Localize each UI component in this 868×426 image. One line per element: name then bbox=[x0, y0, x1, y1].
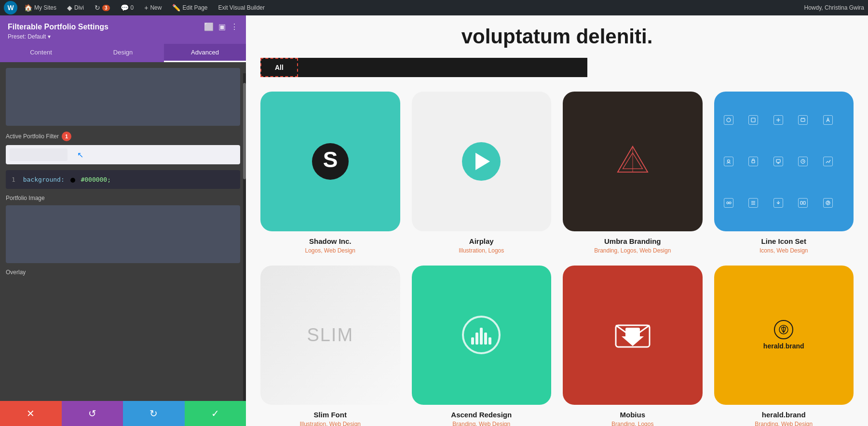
divi-label: Divi bbox=[74, 4, 84, 11]
svg-rect-15 bbox=[776, 160, 780, 162]
cursor-indicator: ↖ bbox=[77, 150, 83, 160]
icon-cell-8 bbox=[773, 157, 783, 166]
overlay-section-label: Overlay bbox=[6, 269, 240, 276]
icon-cell-7 bbox=[748, 157, 758, 166]
more-icon[interactable]: ⋮ bbox=[231, 22, 238, 31]
bar-item-comments[interactable]: 💬 0 bbox=[117, 0, 138, 15]
wp-logo[interactable]: W bbox=[4, 1, 17, 14]
divi-icon: ◆ bbox=[67, 4, 72, 12]
filter-tab-5[interactable] bbox=[433, 58, 472, 77]
panel-content: Active Portfolio Filter 1 ↖ 1 background… bbox=[0, 62, 246, 401]
tab-content[interactable]: Content bbox=[0, 44, 82, 62]
filter-tab-3[interactable] bbox=[346, 58, 385, 77]
thumb-lineicon bbox=[714, 92, 854, 231]
tab-advanced[interactable]: Advanced bbox=[164, 44, 246, 62]
active-filter-label: Active Portfolio Filter bbox=[6, 133, 59, 140]
herald-icon bbox=[774, 320, 793, 339]
icon-cell-9 bbox=[798, 157, 808, 166]
preset-label[interactable]: Preset: Default bbox=[8, 33, 46, 40]
portfolio-grid: S Shadow Inc. Logos, Web Design Airplay … bbox=[260, 92, 854, 426]
ascend-title: Ascend Redesign bbox=[451, 411, 512, 419]
new-label: New bbox=[150, 4, 162, 11]
portfolio-item-airplay[interactable]: Airplay Illustration, Logos bbox=[412, 92, 552, 254]
portfolio-item-ascend[interactable]: Ascend Redesign Branding, Web Design bbox=[412, 266, 552, 426]
icon-cell-1 bbox=[724, 115, 733, 125]
panel-bottom-bar: ✕ ↺ ↻ ✓ bbox=[0, 401, 246, 426]
redo-button[interactable]: ↻ bbox=[123, 401, 185, 426]
line-number: 1 bbox=[12, 176, 15, 183]
save-button[interactable]: ✓ bbox=[185, 401, 246, 426]
main-layout: Filterable Portfolio Settings ⬜ ▣ ⋮ Pres… bbox=[0, 15, 868, 426]
howdy-text: Howdy, Christina Gwira bbox=[804, 4, 864, 11]
expand-icon[interactable]: ⬜ bbox=[204, 22, 214, 31]
icon-cell-14 bbox=[798, 198, 808, 208]
herald-title: herald.brand bbox=[762, 411, 806, 419]
icon-cell-6 bbox=[724, 157, 733, 166]
comments-count: 0 bbox=[131, 4, 134, 11]
panel-header: Filterable Portfolio Settings ⬜ ▣ ⋮ Pres… bbox=[0, 15, 246, 44]
svg-rect-28 bbox=[803, 201, 805, 204]
portfolio-item-shadow[interactable]: S Shadow Inc. Logos, Web Design bbox=[260, 92, 400, 254]
preset-chevron[interactable]: ▾ bbox=[48, 33, 51, 40]
bar-item-divi[interactable]: ◆ Divi bbox=[63, 0, 88, 15]
tab-design[interactable]: Design bbox=[82, 44, 164, 62]
right-panel: voluptatum deleniti. All S bbox=[246, 15, 868, 426]
mobius-logo-svg bbox=[611, 318, 654, 352]
cancel-button[interactable]: ✕ bbox=[0, 401, 62, 426]
scroll-thumb[interactable] bbox=[243, 83, 246, 179]
bar-item-updates[interactable]: ↻ 3 bbox=[91, 0, 114, 15]
color-picker-row[interactable]: ↖ bbox=[6, 145, 240, 164]
bar-item-new[interactable]: + New bbox=[140, 0, 165, 15]
thumb-slim: SLIM bbox=[260, 266, 400, 405]
bar-item-mysites[interactable]: 🏠 My Sites bbox=[20, 0, 60, 15]
ascend-logo bbox=[462, 316, 501, 354]
icon-cell-12 bbox=[748, 198, 758, 208]
reset-button[interactable]: ↺ bbox=[62, 401, 123, 426]
sidebar-icon[interactable]: ▣ bbox=[218, 22, 226, 31]
portfolio-item-slim[interactable]: SLIM Slim Font Illustration, Web Design bbox=[260, 266, 400, 426]
panel-title: Filterable Portfolio Settings bbox=[8, 23, 108, 31]
pencil-icon: ✏️ bbox=[172, 4, 180, 12]
notification-badge: 1 bbox=[62, 132, 71, 141]
color-input-box bbox=[10, 148, 68, 161]
updates-icon: ↻ bbox=[95, 4, 100, 12]
bar-3 bbox=[480, 328, 483, 345]
filter-tab-7[interactable] bbox=[529, 58, 587, 77]
bar-item-exit-builder[interactable]: Exit Visual Builder bbox=[215, 0, 269, 15]
svg-rect-27 bbox=[800, 201, 802, 204]
svg-rect-14 bbox=[752, 160, 755, 163]
slim-text: SLIM bbox=[307, 325, 353, 346]
filter-tab-all[interactable]: All bbox=[260, 58, 298, 77]
herald-brand-text: herald.brand bbox=[763, 342, 804, 350]
css-code-block: 1 background: #000000; bbox=[6, 170, 240, 189]
filter-tab-2[interactable] bbox=[298, 58, 346, 77]
portfolio-item-mobius[interactable]: Mobius Branding, Logos bbox=[563, 266, 703, 426]
css-value: #000000; bbox=[81, 176, 111, 183]
bar-item-editpage[interactable]: ✏️ Edit Page bbox=[168, 0, 211, 15]
bar-2 bbox=[475, 333, 478, 345]
filter-tab-4[interactable] bbox=[385, 58, 433, 77]
thumb-mobius bbox=[563, 266, 703, 405]
umbra-title: Umbra Branding bbox=[604, 237, 661, 245]
herald-shield-svg bbox=[778, 324, 789, 335]
mobius-title: Mobius bbox=[620, 411, 646, 419]
ascend-cats: Branding, Web Design bbox=[452, 421, 510, 426]
svg-rect-6 bbox=[751, 118, 755, 122]
airplay-title: Airplay bbox=[469, 237, 494, 245]
umbra-cats: Branding, Logos, Web Design bbox=[594, 247, 671, 254]
active-filter-section: Active Portfolio Filter 1 bbox=[6, 132, 240, 141]
svg-point-13 bbox=[727, 160, 730, 162]
herald-cats: Branding, Web Design bbox=[755, 421, 813, 426]
svg-text:S: S bbox=[323, 147, 338, 172]
svg-point-5 bbox=[727, 118, 731, 122]
umbra-logo-svg bbox=[613, 142, 652, 181]
portfolio-item-lineicon[interactable]: Line Icon Set Icons, Web Design bbox=[714, 92, 854, 254]
portfolio-item-herald[interactable]: herald.brand herald.brand Branding, Web … bbox=[714, 266, 854, 426]
filter-tab-6[interactable] bbox=[472, 58, 529, 77]
icon-cell-10 bbox=[823, 157, 833, 166]
herald-dot: . bbox=[784, 342, 786, 350]
icon-cell-3 bbox=[773, 115, 783, 125]
portfolio-item-umbra[interactable]: Umbra Branding Branding, Logos, Web Desi… bbox=[563, 92, 703, 254]
lineicon-title: Line Icon Set bbox=[761, 237, 806, 245]
slim-cats: Illustration, Web Design bbox=[299, 421, 361, 426]
